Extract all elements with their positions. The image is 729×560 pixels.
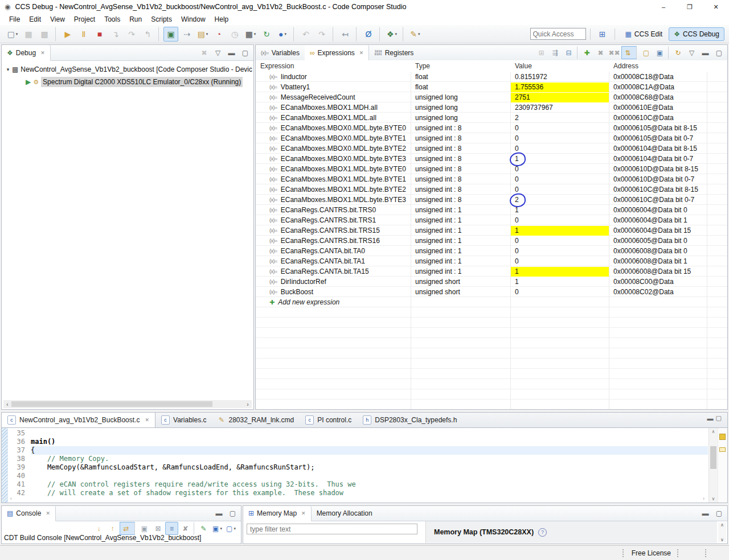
code-line[interactable]: 35 [8,429,708,438]
code-line[interactable]: 41 // eCAN control registers require rea… [8,480,708,489]
column-header[interactable]: Type [411,62,510,70]
restart-icon[interactable]: ↻ [259,27,274,42]
expression-row[interactable]: (x)= BuckBoost unsigned short 0 0x00008C… [256,287,727,297]
help-icon[interactable]: ? [538,528,547,537]
value-cell[interactable]: 0.8151972 [510,72,609,82]
column-divider[interactable] [609,60,609,409]
scroll-right-icon[interactable]: › [703,496,705,502]
menu-item[interactable]: Scripts [146,15,177,23]
value-cell[interactable]: 1 [510,267,609,277]
step-over-icon[interactable]: ↷ [124,27,139,42]
value-cell[interactable]: 1 [510,226,609,236]
menu-item[interactable]: View [46,15,69,23]
editor-tab-buckboost[interactable]: c NewControl_avg_Vb1Vb2_BuckBoost.c ✕ [2,413,155,427]
scroll-down-icon[interactable]: ∨ [720,537,724,542]
scroll-up-icon[interactable]: ∧ [709,429,718,434]
expression-row[interactable]: (x)= ECanaRegs.CANTA.bit.TA1 unsigned in… [256,256,727,266]
expression-row[interactable]: (x)= ECanaRegs.CANTA.bit.TA0 unsigned in… [256,246,727,256]
expression-row[interactable]: (x)= ECanaMboxes.MBOX1.MDL.byte.BYTE1 un… [256,174,727,184]
value-cell[interactable]: 1 [510,154,609,164]
debug-icon[interactable]: ❖ ▾ [384,27,403,42]
step-return-icon[interactable]: ↰ [140,27,159,42]
scroll-left-icon[interactable]: ‹ [3,401,11,407]
expression-row[interactable]: (x)= ECanaRegs.CANTRS.bit.TRS16 unsigned… [256,236,727,246]
expression-row[interactable]: (x)= Vbattery1 float 1.755536 0x00008C1A… [256,82,727,92]
word-wrap-icon[interactable]: ≡ [165,522,178,535]
editor-tab-pi-control[interactable]: c PI control.c [300,413,357,427]
code-line[interactable]: 37 { [8,446,708,455]
close-icon[interactable]: ✕ [145,417,149,423]
show-output-icon[interactable]: ▣ [138,522,151,535]
ccs-edit-perspective-button[interactable]: ▦ CCS Edit [620,27,668,41]
grip-handle[interactable] [677,549,680,557]
auto-update-icon[interactable]: ⇅ [621,46,637,59]
remove-expression-icon[interactable]: ✖ [594,46,607,59]
show-logical-structure-icon[interactable]: ⇶ [548,46,562,59]
scroll-left-icon[interactable]: ‹ [10,496,12,502]
resume-icon[interactable]: ▶ [60,27,75,42]
clock-icon[interactable]: ◷ [227,27,242,42]
scroll-down-icon[interactable]: ↓ [92,522,105,535]
expression-row[interactable]: (x)= DirIinductorRef unsigned short 1 0x… [256,277,727,287]
new-file-icon[interactable]: ▢ ▾ [5,27,20,42]
scroll-up-icon[interactable]: ∧ [720,522,724,528]
code-editor[interactable]: 35 36 main() 37 { 38 // Memory Copy. 39 … [1,428,728,503]
profile-clock-icon[interactable]: ◔ [211,27,226,42]
minimize-button[interactable]: – [650,0,677,14]
debug-tree-row[interactable]: ▶ ⚙ Spectrum Digital C2000 XDS510LC Emul… [4,76,253,88]
expression-row[interactable]: (x)= ECanaMboxes.MBOX0.MDL.byte.BYTE3 un… [256,154,727,164]
scrollbar-thumb[interactable] [710,446,716,469]
code-line[interactable]: 38 // Memory Copy. [8,455,708,463]
expression-row[interactable]: (x)= ECanaMboxes.MBOX1.MDL.byte.BYTE2 un… [256,184,727,195]
connect-target-icon[interactable]: ▣ [163,27,178,42]
view-menu-icon[interactable]: ▽ [211,46,224,59]
close-icon[interactable]: ✕ [46,510,50,516]
value-cell[interactable]: 0 [510,164,609,174]
maximize-icon[interactable]: ▢ [712,46,726,59]
close-icon[interactable]: ✕ [40,50,45,56]
menu-item[interactable]: Project [69,15,100,23]
highlight-icon[interactable]: ✎ ▾ [408,27,423,42]
expression-row[interactable]: (x)= ECanaRegs.CANTRS.bit.TRS0 unsigned … [256,205,727,215]
code-line[interactable]: 36 main() [8,438,708,446]
world-icon[interactable]: ● ▾ [275,27,294,42]
expander-icon[interactable]: ▾ [4,67,12,72]
expression-row[interactable]: (x)= ECanaMboxes.MBOX1.MDL.byte.BYTE0 un… [256,164,727,174]
tab-debug[interactable]: ❖ Debug ✕ [2,45,51,61]
scroll-up-icon[interactable]: ↑ [106,522,119,535]
save-all-icon[interactable]: ▩ [37,27,56,42]
editor-tab-ram-lnk[interactable]: ✎ 28032_RAM_lnk.cmd [212,413,300,427]
value-cell[interactable]: 1.755536 [510,83,609,92]
forward-icon[interactable]: ↷ [314,27,333,42]
value-cell[interactable]: 0 [510,236,609,246]
menu-item[interactable]: Run [125,15,146,23]
value-cell[interactable]: 1 [510,277,609,287]
column-header[interactable]: Value [510,62,609,70]
add-new-expression-row[interactable]: ✚ Add new expression [256,297,727,307]
refresh-icon[interactable]: ↻ [671,46,685,59]
expression-row[interactable]: (x)= ECanaRegs.CANTRS.bit.TRS1 unsigned … [256,215,727,225]
tab-expressions[interactable]: ∞ Expressions ✕ [305,45,369,61]
pin-view-icon[interactable]: ▣ [653,46,669,59]
maximize-icon[interactable]: ▢ [226,507,239,520]
editor-tab-typedefs[interactable]: h DSP2803x_Cla_typedefs.h [357,413,462,427]
expression-row[interactable]: (x)= ECanaRegs.CANTRS.bit.TRS15 unsigned… [256,225,727,236]
memory-scrollbar[interactable]: ∧ ∨ [718,522,726,542]
occurrence-marker[interactable] [719,434,726,440]
scroll-right-icon[interactable]: › [244,401,252,407]
column-header[interactable]: Expression [256,62,411,70]
minimize-icon[interactable]: ▬ [699,507,712,520]
value-cell[interactable]: 0 [510,246,609,256]
tab-variables[interactable]: (x)= Variables [256,45,305,60]
editor-tab-variables[interactable]: c Variables.c [155,413,212,427]
scroll-lock-icon[interactable]: ⊠ [151,522,165,535]
view-menu-icon[interactable]: ▽ [685,46,698,59]
clear-console-icon[interactable]: ✘ [179,522,194,535]
column-header[interactable]: Address [609,62,727,70]
grip-handle[interactable] [622,549,625,557]
value-cell[interactable]: 0 [510,133,609,143]
quick-access-input[interactable] [530,28,586,40]
column-divider[interactable] [510,60,511,409]
minimize-icon[interactable]: ▬ [225,46,238,59]
menu-item[interactable]: Window [177,15,210,23]
